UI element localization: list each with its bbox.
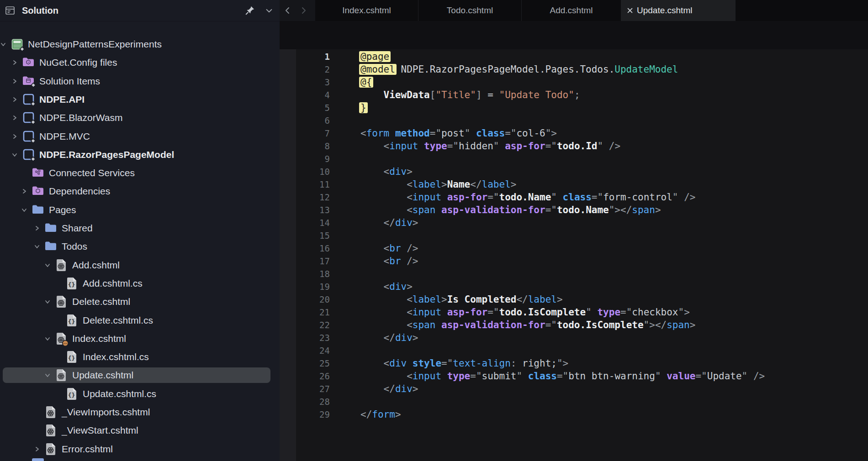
line-number: 26 bbox=[280, 370, 330, 382]
code-line[interactable]: <div> bbox=[360, 280, 413, 293]
code-line[interactable]: @model NDPE.RazorPagesPageModel.Pages.To… bbox=[360, 63, 678, 76]
code-line[interactable]: <span asp-validation-for="todo.Name"></s… bbox=[360, 204, 661, 216]
chevron-down-icon[interactable] bbox=[0, 41, 6, 47]
tree-item-connected-services[interactable]: Connected Services bbox=[0, 164, 280, 182]
tree-item-ndpe-blazorwasm[interactable]: NDPE.BlazorWasm bbox=[0, 109, 280, 127]
pin-icon[interactable] bbox=[244, 5, 256, 16]
code-token: todo.Id bbox=[557, 141, 598, 152]
tab-todo-cshtml[interactable]: Todo.cshtml bbox=[418, 0, 522, 21]
razor-file-icon bbox=[44, 424, 57, 437]
code-line[interactable]: <input asp-for="todo.Name" class="form-c… bbox=[360, 191, 695, 204]
line-number: 21 bbox=[280, 306, 330, 319]
tree-item-ndpe-api[interactable]: NDPE.API bbox=[0, 90, 280, 109]
chevron-right-icon[interactable] bbox=[11, 115, 18, 121]
tree-item-solution-items[interactable]: Solution Items bbox=[0, 72, 280, 90]
code-token bbox=[360, 358, 384, 369]
code-token bbox=[360, 89, 384, 100]
tree-item-index-cshtml-cs[interactable]: {}Index.cshtml.cs bbox=[0, 348, 280, 366]
tree-item-label: NetDesignPatternsExperiments bbox=[28, 35, 162, 53]
code-line[interactable]: <br /> bbox=[360, 255, 418, 267]
code-line[interactable]: ViewData["Title"] = "Update Todo"; bbox=[360, 89, 580, 101]
tree-item-index-cshtml[interactable]: Index.cshtml bbox=[0, 330, 280, 348]
tree-item-error-cshtml[interactable]: Error.cshtml bbox=[0, 440, 280, 458]
chevron-left-icon[interactable] bbox=[282, 5, 293, 16]
tree-item-nuget-config-files[interactable]: NuGet.Config files bbox=[0, 53, 280, 72]
code-line[interactable]: </form> bbox=[360, 408, 401, 421]
line-number: 14 bbox=[280, 216, 330, 229]
tree-item-netdesignpatternsexperiments[interactable]: NetDesignPatternsExperiments bbox=[0, 35, 280, 53]
chevron-right-icon[interactable] bbox=[11, 59, 18, 66]
code-line[interactable]: <br /> bbox=[360, 242, 418, 255]
chevron-right-icon[interactable] bbox=[21, 188, 27, 194]
chevron-down-icon[interactable] bbox=[44, 372, 51, 378]
code-token: > bbox=[413, 217, 418, 228]
tree-item-update-cshtml[interactable]: Update.cshtml bbox=[0, 366, 280, 384]
chevron-right-icon[interactable] bbox=[298, 5, 309, 16]
chevron-right-icon[interactable] bbox=[11, 78, 18, 84]
code-token: span bbox=[667, 320, 690, 330]
chevron-down-icon[interactable] bbox=[44, 299, 51, 305]
tab-label: Add.cshtml bbox=[550, 5, 593, 16]
tree-item--viewimports-cshtml[interactable]: _ViewImports.cshtml bbox=[0, 403, 280, 421]
code-token: @page bbox=[359, 51, 391, 62]
code-line[interactable]: </div> bbox=[360, 216, 418, 229]
tree-item--viewstart-cshtml[interactable]: _ViewStart.cshtml bbox=[0, 421, 280, 440]
chevron-right-icon[interactable] bbox=[34, 225, 40, 231]
project-icon bbox=[22, 148, 36, 162]
chevron-down-icon[interactable] bbox=[21, 207, 27, 213]
chevron-down-icon[interactable] bbox=[34, 243, 40, 250]
code-token: < bbox=[407, 320, 413, 330]
tree-item-dependencies[interactable]: Dependencies bbox=[0, 182, 280, 200]
chevron-down-icon[interactable] bbox=[44, 335, 51, 342]
tree-item-add-cshtml-cs[interactable]: {}Add.cshtml.cs bbox=[0, 274, 280, 293]
tree-item-update-cshtml-cs[interactable]: {}Update.cshtml.cs bbox=[0, 385, 280, 403]
line-number: 4 bbox=[280, 89, 330, 101]
chevron-right-icon[interactable] bbox=[34, 446, 40, 452]
tree-item-delete-cshtml-cs[interactable]: {}Delete.cshtml.cs bbox=[0, 311, 280, 330]
code-line[interactable]: <span asp-validation-for="todo.IsComplet… bbox=[360, 319, 695, 331]
chevron-right-icon[interactable] bbox=[11, 133, 18, 140]
chevron-right-icon[interactable] bbox=[11, 96, 18, 103]
code-line[interactable]: <input type="submit" class="btn btn-warn… bbox=[360, 370, 765, 382]
tree-item-delete-cshtml[interactable]: Delete.cshtml bbox=[0, 293, 280, 311]
chevron-down-icon[interactable] bbox=[11, 152, 18, 158]
tree-item-shared[interactable]: Shared bbox=[0, 219, 280, 237]
tree-item-todos[interactable]: Todos bbox=[0, 237, 280, 256]
code-token: checkbox bbox=[632, 307, 678, 318]
code-token: hidden bbox=[459, 141, 493, 152]
code-line[interactable]: @page bbox=[360, 50, 389, 63]
tree-item-pages[interactable]: Pages bbox=[0, 201, 280, 219]
code-line[interactable]: </div> bbox=[360, 382, 418, 395]
razor-file-icon bbox=[55, 295, 68, 309]
tree-item-label: Update.cshtml bbox=[72, 366, 133, 384]
code-line[interactable]: @{ bbox=[360, 76, 372, 89]
close-icon[interactable] bbox=[625, 5, 635, 16]
code-line[interactable]: <input type="hidden" asp-for="todo.Id" /… bbox=[360, 140, 620, 152]
code-line[interactable]: } bbox=[360, 101, 366, 114]
tab-update-cshtml[interactable]: Update.cshtml bbox=[621, 0, 736, 21]
tree-item-label: Pages bbox=[49, 201, 76, 219]
code-line[interactable]: <form method="post" class="col-6"> bbox=[360, 127, 557, 140]
tab-index-cshtml[interactable]: Index.cshtml bbox=[315, 0, 418, 21]
code-line[interactable]: <label>Name</label> bbox=[360, 178, 516, 191]
code-token: </ bbox=[620, 204, 632, 215]
code-token: form bbox=[372, 409, 395, 420]
tree-item-ndpe-mvc[interactable]: NDPE.MVC bbox=[0, 127, 280, 146]
code-token: " bbox=[586, 307, 592, 318]
code-token: > bbox=[413, 383, 418, 394]
code-line[interactable]: <div> bbox=[360, 165, 413, 178]
code-token: > bbox=[407, 166, 413, 177]
tab-add-cshtml[interactable]: Add.cshtml bbox=[522, 0, 621, 21]
chevron-down-icon[interactable] bbox=[44, 262, 51, 268]
code-line[interactable]: </div> bbox=[360, 331, 418, 344]
code-editor[interactable]: 1@page2@model NDPE.RazorPagesPageModel.P… bbox=[280, 21, 868, 461]
tree-item-ndpe-razorpagespagemodel[interactable]: NDPE.RazorPagesPageModel bbox=[0, 146, 280, 164]
code-token: </ bbox=[470, 179, 482, 190]
code-line[interactable]: <input asp-for="todo.IsComplete" type="c… bbox=[360, 306, 690, 319]
code-line[interactable]: <label>Is Completed</label> bbox=[360, 293, 563, 306]
line-number: 16 bbox=[280, 242, 330, 255]
code-line[interactable]: <div style="text-align: right;"> bbox=[360, 357, 568, 370]
code-token: </ bbox=[384, 332, 395, 343]
tree-item-add-cshtml[interactable]: Add.cshtml bbox=[0, 256, 280, 274]
chevron-down-icon[interactable] bbox=[263, 5, 275, 16]
